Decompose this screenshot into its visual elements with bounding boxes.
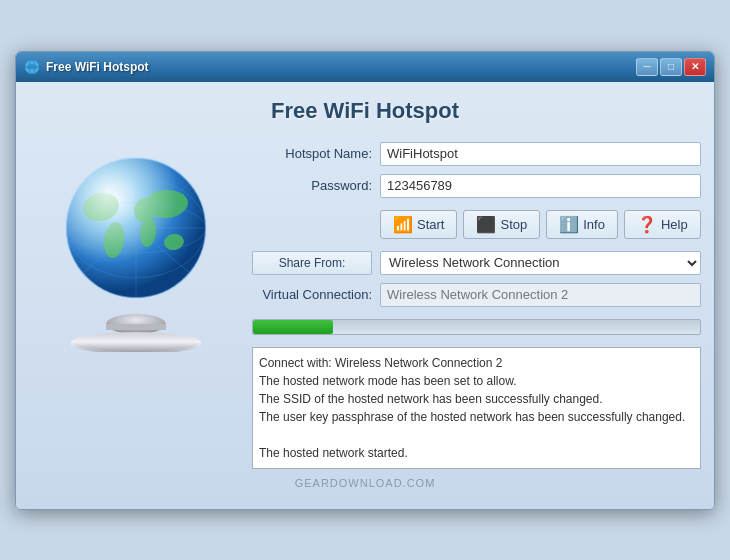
log-line: Connect with: Wireless Network Connectio…	[259, 354, 694, 372]
stop-label: Stop	[500, 217, 527, 232]
log-line: The hosted network started.	[259, 444, 694, 462]
title-bar: Free WiFi Hotspot ─ □ ✕	[16, 52, 714, 82]
watermark: GEARDOWNLOAD.COM	[36, 477, 694, 489]
svg-rect-20	[106, 324, 166, 330]
globe-image	[56, 152, 216, 312]
share-from-label-btn[interactable]: Share From:	[252, 251, 372, 275]
log-line: The hosted network mode has been set to …	[259, 372, 694, 390]
share-from-select[interactable]: Wireless Network Connection	[380, 251, 701, 275]
start-label: Start	[417, 217, 444, 232]
log-lines: Connect with: Wireless Network Connectio…	[259, 354, 694, 462]
main-window: Free WiFi Hotspot ─ □ ✕ Free WiFi Hotspo…	[15, 51, 715, 510]
help-label: Help	[661, 217, 688, 232]
globe-container	[46, 152, 226, 352]
virtual-connection-row: Virtual Connection:	[252, 283, 701, 307]
log-line: The user key passphrase of the hosted ne…	[259, 408, 694, 426]
log-line	[259, 426, 694, 444]
help-button[interactable]: ❓ Help	[624, 210, 701, 239]
info-icon: ℹ️	[559, 215, 579, 234]
start-icon: 📶	[393, 215, 413, 234]
minimize-button[interactable]: ─	[636, 58, 658, 76]
password-row: Password:	[252, 174, 701, 198]
password-input[interactable]	[380, 174, 701, 198]
hotspot-name-row: Hotspot Name:	[252, 142, 701, 166]
svg-point-22	[71, 332, 201, 352]
hotspot-name-label: Hotspot Name:	[252, 146, 372, 161]
title-bar-left: Free WiFi Hotspot	[24, 59, 149, 75]
virtual-connection-input	[380, 283, 701, 307]
password-label: Password:	[252, 178, 372, 193]
title-bar-controls: ─ □ ✕	[636, 58, 706, 76]
start-button[interactable]: 📶 Start	[380, 210, 457, 239]
info-label: Info	[583, 217, 605, 232]
share-from-row: Share From: Wireless Network Connection	[252, 251, 701, 275]
progress-bar-container	[252, 319, 701, 335]
info-button[interactable]: ℹ️ Info	[546, 210, 618, 239]
window-content: Free WiFi Hotspot	[16, 82, 714, 509]
globe-stand	[66, 312, 206, 352]
app-icon	[24, 59, 40, 75]
controls-section: Hotspot Name: Password: 📶 Start ⬛	[252, 142, 701, 469]
stop-button[interactable]: ⬛ Stop	[463, 210, 540, 239]
title-text: Free WiFi Hotspot	[46, 60, 149, 74]
log-line: The SSID of the hosted network has been …	[259, 390, 694, 408]
maximize-button[interactable]: □	[660, 58, 682, 76]
globe-section	[36, 142, 236, 352]
progress-bar-fill	[253, 320, 333, 334]
main-area: Hotspot Name: Password: 📶 Start ⬛	[36, 142, 694, 469]
stop-icon: ⬛	[476, 215, 496, 234]
log-area[interactable]: Connect with: Wireless Network Connectio…	[252, 347, 701, 469]
virtual-connection-label: Virtual Connection:	[252, 287, 372, 302]
app-title: Free WiFi Hotspot	[36, 98, 694, 124]
hotspot-name-input[interactable]	[380, 142, 701, 166]
help-icon: ❓	[637, 215, 657, 234]
close-button[interactable]: ✕	[684, 58, 706, 76]
action-buttons: 📶 Start ⬛ Stop ℹ️ Info ❓ Help	[252, 210, 701, 239]
